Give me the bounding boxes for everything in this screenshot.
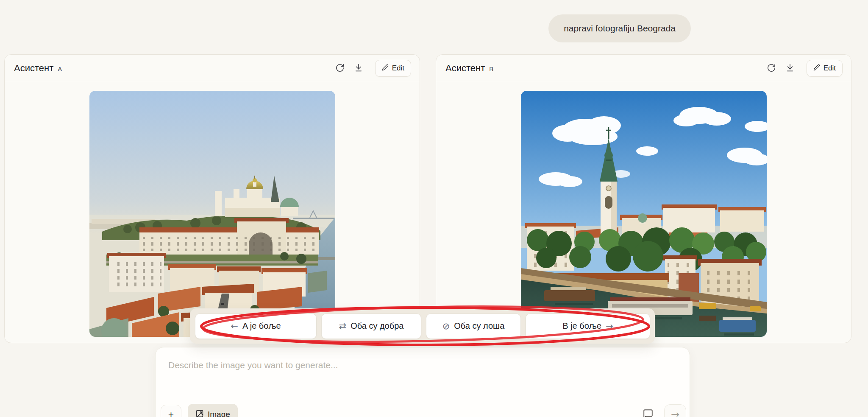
prompt-input[interactable] [167,359,678,397]
vote-a-better-label: A je боље [242,321,281,331]
assistant-panel-a: Асистент A Edit [4,54,420,343]
regenerate-button[interactable] [334,62,345,75]
rotate-cw-icon [335,63,345,74]
vote-both-good-label: Оба су добра [351,321,403,331]
add-attachment-button[interactable]: + [161,405,181,417]
edit-button[interactable]: Edit [375,60,411,77]
arrow-down-to-line-icon [354,63,363,74]
panel-b-header: Асистент B Edit [436,55,851,82]
vote-both-good-button[interactable]: ⇄ Оба су добра [321,313,421,339]
arrow-left-icon: ← [231,321,238,331]
composer-card: + Image → [155,347,690,417]
assistant-panel-b: Асистент B Edit [436,54,851,343]
edit-button-label: Edit [823,64,836,73]
assistant-variant-label: A [58,65,62,73]
edit-button-label: Edit [392,64,404,73]
panel-b-actions: Edit [766,60,843,77]
vote-bar: ← A je боље ⇄ Оба су добра ⊘ Оба су лоша… [190,308,655,344]
vote-a-better-button[interactable]: ← A je боље [195,313,317,339]
edit-button[interactable]: Edit [807,60,843,77]
assistant-title: Асистент [14,63,53,74]
vote-both-bad-button[interactable]: ⊘ Оба су лоша [426,313,521,339]
image-mode-button[interactable]: Image [188,404,238,417]
panel-b-title: Асистент B [445,63,493,74]
swap-arrows-icon: ⇄ [339,321,347,331]
panel-b-body [436,82,851,337]
assistant-title: Асистент [445,63,485,74]
assistant-variant-label: B [489,65,493,73]
panel-a-title: Асистент A [14,63,62,74]
speech-bubble-icon[interactable] [643,409,654,417]
arrow-down-to-line-icon [785,63,795,74]
pencil-icon [813,64,820,73]
vote-both-bad-label: Оба су лоша [454,321,504,331]
ban-icon: ⊘ [442,321,450,331]
vote-b-better-label: B je боље [562,321,601,331]
user-prompt-text: napravi fotografiju Beograda [564,23,676,34]
arrow-right-icon: → [606,321,613,331]
download-button[interactable] [353,62,364,75]
vote-b-better-button[interactable]: B je боље → [526,313,650,339]
panel-a-body [5,82,420,337]
image-frame-icon [195,409,204,417]
generated-image-b[interactable] [521,91,767,337]
arrow-right-icon: → [671,409,679,417]
download-button[interactable] [785,62,796,75]
pencil-icon [382,64,389,73]
image-arena-page: napravi fotografiju Beograda Асистент A [0,0,868,417]
rotate-cw-icon [767,63,776,74]
image-mode-label: Image [208,410,230,417]
plus-icon: + [168,409,174,417]
generated-image-a[interactable] [89,91,335,337]
regenerate-button[interactable] [766,62,777,75]
panel-a-actions: Edit [334,60,411,77]
send-button[interactable]: → [664,404,686,417]
user-prompt-bubble: napravi fotografiju Beograda [548,14,691,42]
panel-a-header: Асистент A Edit [5,55,420,82]
